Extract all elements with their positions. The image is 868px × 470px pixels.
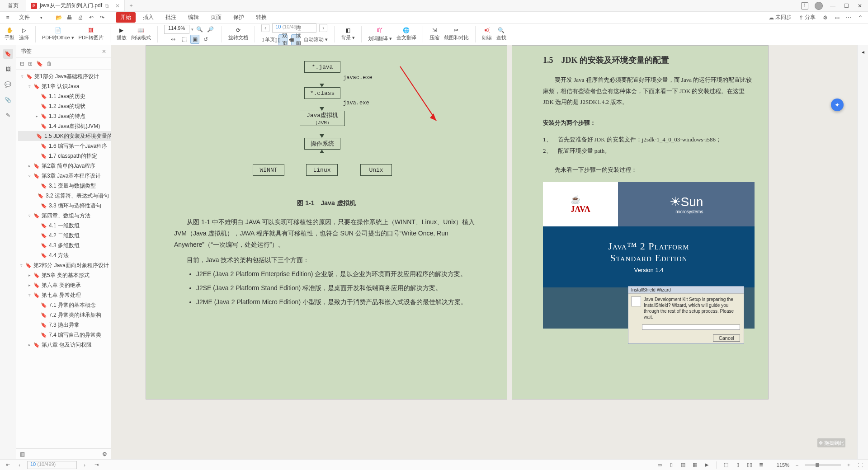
fullscreen-icon[interactable]: ⛶ (856, 461, 864, 469)
menu-annotate[interactable]: 批注 (161, 13, 181, 22)
sync-button[interactable]: ☁未同步 (767, 14, 793, 21)
bookmark-node[interactable]: ▿🔖第七章 异常处理 (18, 290, 111, 300)
translate-sel-button[interactable]: 吖划词翻译 ▾ (367, 27, 393, 42)
settings-icon[interactable]: ⚙ (821, 14, 829, 22)
more-icon[interactable]: ⋯ (844, 14, 853, 22)
find-button[interactable]: 🔍查找 (495, 27, 507, 41)
autoscroll-button[interactable]: 自动滚动 ▾ (304, 36, 328, 43)
next-page-icon[interactable]: › (80, 461, 89, 469)
first-page-icon[interactable]: ⇤ (4, 461, 12, 469)
bookmark-node[interactable]: 🔖4.3 多维数组 (18, 240, 111, 250)
chevron-down-icon[interactable]: ▾ (37, 14, 45, 22)
thumbnails-tab-icon[interactable]: 🖼 (3, 64, 13, 74)
single-page-icon[interactable]: ▯ (261, 37, 264, 42)
read-aloud-button[interactable]: 🕬朗读 (481, 27, 493, 41)
tool-hand[interactable]: ✋手型 (4, 27, 15, 41)
bookmark-node[interactable]: ▿🔖第1部分 Java基础程序设计 (18, 71, 111, 81)
menu-convert[interactable]: 转换 (251, 13, 271, 22)
bookmark-node[interactable]: ▸🔖第5章 类的基本形式 (18, 270, 111, 280)
tab-home[interactable]: 首页 (0, 0, 26, 11)
page-input[interactable]: 10 (10/499) (272, 24, 316, 33)
double-page-button[interactable]: ▯▯双页▾ (278, 34, 288, 45)
zoom-in-icon[interactable]: 🔎 (206, 25, 215, 34)
zoom-input[interactable]: 114.9% (164, 25, 189, 34)
next-page-button[interactable]: › (319, 24, 327, 32)
avatar[interactable] (815, 2, 823, 10)
comments-tab-icon[interactable]: 💬 (3, 80, 13, 89)
bookmark-node[interactable]: 🔖4.4 方法 (18, 250, 111, 260)
menu-start[interactable]: 开始 (116, 12, 136, 23)
tool-pdf2office[interactable]: 📄PDF转Office ▾ (41, 27, 75, 41)
status-zoom[interactable]: 115% (777, 462, 789, 468)
layout-2-icon[interactable]: ▯ (734, 461, 742, 469)
bookmark-node[interactable]: ▿🔖第2部分 Java面向对象程序设计 (18, 260, 111, 270)
bookmark-node[interactable]: 🔖7.1 异常的基本概念 (18, 300, 111, 310)
compress-button[interactable]: ⇲压缩 (429, 27, 440, 41)
print-icon[interactable]: 🖨 (76, 14, 85, 22)
bookmark-node[interactable]: 🔖1.7 classpath的指定 (18, 151, 111, 161)
tool-play[interactable]: ▶播放 (116, 27, 127, 41)
zoom-in-icon[interactable]: ＋ (844, 461, 853, 469)
bookmark-node[interactable]: ▸🔖第八章 包及访问权限 (18, 340, 111, 350)
right-rail-toggle-icon[interactable]: ◂ (862, 49, 864, 55)
bookmark-node[interactable]: 🔖7.3 抛出异常 (18, 320, 111, 330)
menu-edit[interactable]: 编辑 (184, 13, 203, 22)
bookmark-node[interactable]: 🔖1.6 编写第一个Java程序 (18, 141, 111, 151)
bookmark-node[interactable]: 🔖3.3 循环与选择性语句 (18, 201, 111, 211)
open-icon[interactable]: 📂 (55, 14, 63, 22)
chevron-down-icon[interactable]: ▾ (191, 27, 193, 32)
bookmark-tree[interactable]: ▿🔖第1部分 Java基础程序设计▿🔖第1章 认识Java🔖1.1 Java的历… (16, 70, 111, 448)
menu-protect[interactable]: 保护 (229, 13, 249, 22)
bookmark-node[interactable]: 🔖4.1 一维数组 (18, 221, 111, 230)
tool-select[interactable]: ▷选择 (18, 27, 30, 41)
drop-zone[interactable]: ✥ 拖拽到此 (817, 438, 845, 447)
delete-bookmark-icon[interactable]: 🗑 (47, 61, 52, 67)
window-mode-icon[interactable]: ▭ (833, 14, 841, 22)
maximize-icon[interactable]: ☐ (843, 2, 850, 9)
menu-page[interactable]: 页面 (206, 13, 226, 22)
bookmark-node[interactable]: 🔖4.2 二维数组 (18, 230, 111, 240)
expand-all-icon[interactable]: ⊞ (28, 61, 33, 67)
tab-add-button[interactable]: ＋ (125, 0, 137, 11)
layout-3-icon[interactable]: ▯▯ (745, 461, 754, 469)
bookmark-node[interactable]: 🔖1.5 JDK的安装及环境变量的配置 (18, 131, 111, 141)
share-button[interactable]: ⇪分享 (797, 14, 817, 21)
floating-tool-button[interactable]: ✦ (831, 99, 844, 111)
bookmark-node[interactable]: ▸🔖第2章 简单的Java程序 (18, 161, 111, 171)
bookmark-node[interactable]: 🔖1.2 Java的现状 (18, 101, 111, 111)
bookmark-node[interactable]: 🔖7.4 编写自己的异常类 (18, 330, 111, 340)
pdf-viewer[interactable]: ✦ *.java javac.exe *.class java.exe Java… (111, 45, 857, 459)
save-icon[interactable]: 🖶 (66, 14, 74, 22)
tab-external-icon[interactable]: ⧉ (105, 3, 109, 9)
prev-page-button[interactable]: ‹ (261, 24, 269, 32)
status-page-input[interactable]: 10 (10/499) (27, 461, 77, 469)
zoom-out-icon[interactable]: 🔍 (195, 25, 204, 34)
bookmark-node[interactable]: ▿🔖第四章、数组与方法 (18, 211, 111, 221)
view-mode-3-icon[interactable]: ▥ (679, 461, 687, 469)
tool-pdf2img[interactable]: 🖼PDF转图片 (78, 27, 104, 41)
last-page-icon[interactable]: ⇥ (92, 461, 100, 469)
fit-width-icon[interactable]: ⇔ (169, 35, 178, 44)
continuous-button[interactable]: ≣连续阅读 (291, 34, 300, 45)
menu-insert[interactable]: 插入 (138, 13, 158, 22)
undo-icon[interactable]: ↶ (87, 14, 95, 22)
fit-actual-icon[interactable]: ▣ (190, 35, 199, 44)
signature-tab-icon[interactable]: ✎ (3, 110, 13, 120)
zoom-out-icon[interactable]: − (793, 461, 801, 469)
footer-mode-icon[interactable]: ▥ (20, 451, 25, 457)
panel-close-icon[interactable]: ✕ (102, 48, 106, 55)
menu-file[interactable]: 文件 (14, 13, 34, 22)
window-badge-icon[interactable]: 1 (801, 2, 808, 9)
tool-readmode[interactable]: 📖阅读模式 (130, 27, 152, 41)
bookmark-node[interactable]: 🔖1.4 Java虚拟机(JVM) (18, 121, 111, 131)
prev-page-icon[interactable]: ‹ (15, 461, 24, 469)
bookmark-node[interactable]: 🔖1.1 Java的历史 (18, 91, 111, 101)
rotate-group[interactable]: ⟳ 旋转文档 (227, 27, 249, 41)
close-icon[interactable]: ✕ (856, 2, 863, 9)
bookmark-node[interactable]: 🔖3.2 运算符、表达式与语句 (18, 191, 111, 201)
fit-page-icon[interactable]: ⬚ (179, 35, 189, 44)
zoom-slider[interactable] (805, 464, 841, 466)
view-mode-1-icon[interactable]: ▭ (656, 461, 664, 469)
layout-4-icon[interactable]: ≣ (757, 461, 765, 469)
layout-1-icon[interactable]: ⬚ (722, 461, 730, 469)
